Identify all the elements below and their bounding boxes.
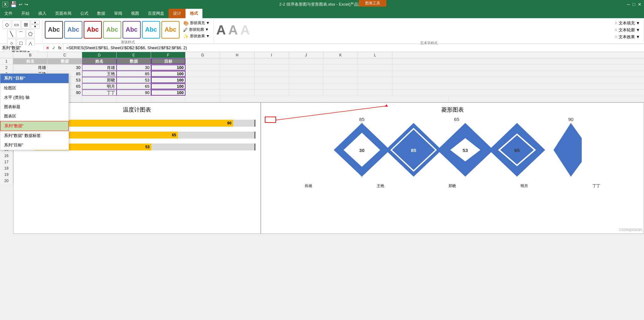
cell-H2[interactable] (220, 65, 254, 71)
dropdown-header[interactable]: 系列 "目标" (0, 74, 69, 83)
shape-line-btn[interactable]: ╲ (7, 29, 16, 38)
dropdown-series-data-label[interactable]: 系列"数据" 数据标签 (0, 131, 69, 140)
cell-K4[interactable] (323, 77, 358, 83)
maximize-btn[interactable]: □ (633, 2, 635, 7)
tab-design[interactable]: 设计 (169, 9, 186, 18)
close-btn[interactable]: ✕ (638, 2, 641, 7)
cell-F1[interactable]: 目标 (151, 58, 186, 64)
dropdown-chart-title[interactable]: 图表标题 (0, 102, 69, 112)
cell-K5[interactable] (323, 83, 358, 89)
cell-D6[interactable]: 丁丁 (82, 90, 117, 96)
cell-D7[interactable] (82, 96, 117, 102)
cell-K6[interactable] (323, 90, 358, 96)
cell-E4[interactable]: 53 (117, 77, 151, 83)
cell-I6[interactable] (254, 90, 289, 96)
cell-K3[interactable] (323, 71, 358, 77)
cell-F4[interactable]: 100 (151, 77, 186, 83)
cell-J2[interactable] (289, 65, 323, 71)
cell-I3[interactable] (254, 71, 289, 77)
cell-G6[interactable] (186, 90, 220, 96)
cell-L4[interactable] (358, 77, 392, 83)
cell-L5[interactable] (358, 83, 392, 89)
tab-baidu[interactable]: 百度网盘 (144, 9, 169, 18)
cell-E3[interactable]: 85 (117, 71, 151, 77)
cell-G5[interactable] (186, 83, 220, 89)
name-box[interactable] (0, 45, 44, 50)
cell-rest-7[interactable] (220, 96, 449, 102)
cell-G1[interactable] (186, 58, 220, 64)
dropdown-chart-area[interactable]: 图表区 (0, 112, 69, 121)
shape-less-btn[interactable]: ▼ (31, 24, 39, 29)
cell-L6[interactable] (358, 90, 392, 96)
cell-E5[interactable]: 65 (117, 83, 151, 89)
cell-J3[interactable] (289, 71, 323, 77)
cell-F3[interactable]: 100 (151, 71, 186, 77)
minimize-btn[interactable]: ─ (627, 2, 630, 7)
tab-view[interactable]: 视图 (127, 9, 144, 18)
shape-curve-btn[interactable]: ⌒ (17, 29, 25, 38)
art-A-gray[interactable]: A (228, 23, 238, 38)
cell-F5[interactable]: 100 (151, 83, 186, 89)
cell-J6[interactable] (289, 90, 323, 96)
abc-style-orange[interactable]: Abc (161, 21, 180, 39)
cell-I1[interactable] (254, 58, 289, 64)
cell-K1[interactable] (323, 58, 358, 64)
abc-style-blue[interactable]: Abc (64, 21, 82, 39)
cell-E2[interactable]: 30 (117, 65, 151, 71)
cell-I5[interactable] (254, 83, 289, 89)
tab-file[interactable]: 文件 (0, 9, 17, 18)
abc-style-black[interactable]: Abc (45, 21, 63, 39)
dropdown-series-data[interactable]: 系列"数据" (0, 121, 69, 131)
cell-D1[interactable]: 姓名 (82, 58, 117, 64)
tab-insert[interactable]: 插入 (34, 9, 51, 18)
cell-E1[interactable]: 数据 (117, 58, 151, 64)
cell-F6[interactable]: 100 (151, 90, 186, 96)
cell-I4[interactable] (254, 77, 289, 83)
text-fill-btn[interactable]: A 文本填充 ▼ (614, 20, 641, 26)
text-outline-btn[interactable]: A 文本轮廓 ▼ (614, 27, 641, 33)
cell-C1[interactable]: 数据 (48, 58, 82, 64)
cell-H1[interactable] (220, 58, 254, 64)
cell-B2[interactable]: 肖雄 (13, 65, 48, 71)
cell-H4[interactable] (220, 77, 254, 83)
cancel-formula-icon[interactable]: ✕ (46, 45, 50, 50)
cell-H3[interactable] (220, 71, 254, 77)
cell-E7[interactable] (117, 96, 151, 102)
cell-E6[interactable]: 90 (117, 90, 151, 96)
cell-L2[interactable] (358, 65, 392, 71)
cell-J1[interactable] (289, 58, 323, 64)
shape-pentagon-btn[interactable]: ⬠ (26, 29, 35, 38)
cell-D3[interactable]: 王艳 (82, 71, 117, 77)
cell-B1[interactable]: 姓名 (13, 58, 48, 64)
shape-outline-btn[interactable]: 🖊 形状轮廓 ▼ (182, 27, 211, 33)
confirm-formula-icon[interactable]: ✓ (52, 45, 56, 50)
cell-I2[interactable] (254, 65, 289, 71)
shape-more-btn[interactable]: ▲ (31, 20, 39, 24)
abc-style-teal[interactable]: Abc (142, 21, 160, 39)
cell-L3[interactable] (358, 71, 392, 77)
cell-F2[interactable]: 100 (151, 65, 186, 71)
abc-style-red[interactable]: Abc (84, 21, 102, 39)
cell-J5[interactable] (289, 83, 323, 89)
art-A-light[interactable]: A (240, 23, 250, 38)
text-effect-btn[interactable]: A 文本效果 ▼ (614, 34, 641, 40)
shape-table-btn[interactable]: ⊞ (21, 20, 30, 29)
cell-F7[interactable] (151, 96, 186, 102)
tab-layout[interactable]: 页面布局 (51, 9, 76, 18)
insert-function-icon[interactable]: fx (58, 45, 61, 50)
cell-D4[interactable]: 郑晓 (82, 77, 117, 83)
cell-C2[interactable]: 30 (48, 65, 82, 71)
cell-G2[interactable] (186, 65, 220, 71)
tab-review[interactable]: 审阅 (110, 9, 127, 18)
tab-start[interactable]: 开始 (17, 9, 34, 18)
shape-diamond-btn[interactable]: ◇ (3, 20, 11, 29)
dropdown-axis[interactable]: 水平 (类别) 轴 (0, 93, 69, 102)
shape-fill-btn[interactable]: 🎨 形状填充 ▼ (182, 20, 211, 26)
cell-G4[interactable] (186, 77, 220, 83)
cell-H5[interactable] (220, 83, 254, 89)
tab-format[interactable]: 格式 (186, 9, 202, 18)
cell-J4[interactable] (289, 77, 323, 83)
tab-data[interactable]: 数据 (93, 9, 110, 18)
dropdown-drawing-area[interactable]: 绘图区 (0, 83, 69, 93)
cell-G7[interactable] (186, 96, 220, 102)
